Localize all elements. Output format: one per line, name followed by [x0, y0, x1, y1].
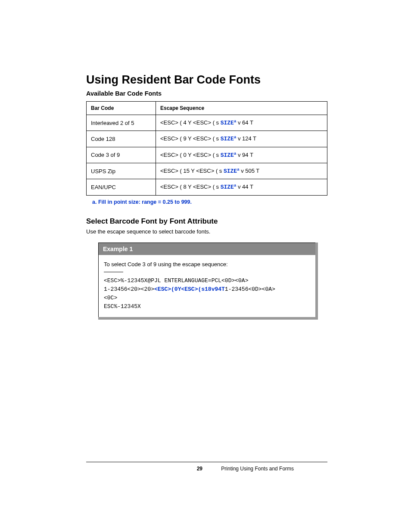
code-line-3: <0C> — [104, 295, 117, 301]
table-row: EAN/UPC<ESC> ( 8 Y <ESC> ( s SIZEa v 44 … — [87, 179, 327, 195]
cell-escape-sequence: <ESC> ( 15 Y <ESC> ( s SIZEa v 505 T — [156, 163, 327, 179]
cell-barcode-name: Code 128 — [87, 131, 156, 147]
cell-escape-sequence: <ESC> ( 4 Y <ESC> ( s SIZEa v 64 T — [156, 115, 327, 131]
page-title: Using Resident Bar Code Fonts — [86, 73, 327, 87]
size-keyword: SIZE — [221, 136, 234, 143]
barcode-table: Bar Code Escape Sequence Interleaved 2 o… — [86, 101, 327, 196]
th-barcode: Bar Code — [87, 102, 156, 115]
table-row: Code 128<ESC> ( 9 Y <ESC> ( s SIZEa v 12… — [87, 131, 327, 147]
cell-barcode-name: Code 3 of 9 — [87, 147, 156, 163]
chapter-name: Printing Using Fonts and Forms — [204, 466, 294, 472]
divider — [104, 272, 123, 272]
code-line-2b: 1-23456<0D><0A> — [225, 286, 275, 292]
page-number: 29 — [86, 466, 202, 472]
example-box: Example 1 To select Code 3 of 9 using th… — [98, 243, 318, 320]
table-row: Code 3 of 9<ESC> ( 0 Y <ESC> ( s SIZEa v… — [87, 147, 327, 163]
code-line-1: <ESC>%-12345X@PJL ENTERLANGUAGE=PCL<0D><… — [104, 277, 248, 284]
section-title: Select Barcode Font by Font Attribute — [86, 217, 327, 226]
example-intro: To select Code 3 of 9 using the escape s… — [104, 261, 310, 268]
table-row: USPS Zip<ESC> ( 15 Y <ESC> ( s SIZEa v 5… — [87, 163, 327, 179]
cell-barcode-name: USPS Zip — [87, 163, 156, 179]
example-header: Example 1 — [99, 243, 315, 255]
code-line-4: ESC%-12345X — [104, 303, 141, 310]
size-keyword: SIZE — [221, 152, 234, 159]
cell-escape-sequence: <ESC> ( 9 Y <ESC> ( s SIZEa v 124 T — [156, 131, 327, 147]
cell-barcode-name: EAN/UPC — [87, 179, 156, 195]
code-line-2a: 1-23456<20><20> — [104, 286, 154, 292]
size-keyword: SIZE — [224, 168, 237, 174]
cell-escape-sequence: <ESC> ( 8 Y <ESC> ( s SIZEa v 44 T — [156, 179, 327, 195]
example-code: <ESC>%-12345X@PJL ENTERLANGUAGE=PCL<0D><… — [104, 277, 310, 311]
cell-barcode-name: Interleaved 2 of 5 — [87, 115, 156, 131]
section-body: Use the escape sequence to select barcod… — [86, 228, 327, 235]
size-keyword: SIZE — [221, 120, 234, 126]
table-caption: Available Bar Code Fonts — [86, 90, 327, 97]
table-footnote: a. Fill in point size: range = 0.25 to 9… — [92, 199, 327, 205]
code-line-2-highlight: <ESC>(0Y<ESC>(s18v94T — [154, 286, 225, 292]
page-footer: 29 Printing Using Fonts and Forms — [86, 462, 327, 472]
cell-escape-sequence: <ESC> ( 0 Y <ESC> ( s SIZEa v 94 T — [156, 147, 327, 163]
th-escape: Escape Sequence — [156, 102, 327, 115]
table-row: Interleaved 2 of 5<ESC> ( 4 Y <ESC> ( s … — [87, 115, 327, 131]
size-keyword: SIZE — [221, 184, 234, 191]
